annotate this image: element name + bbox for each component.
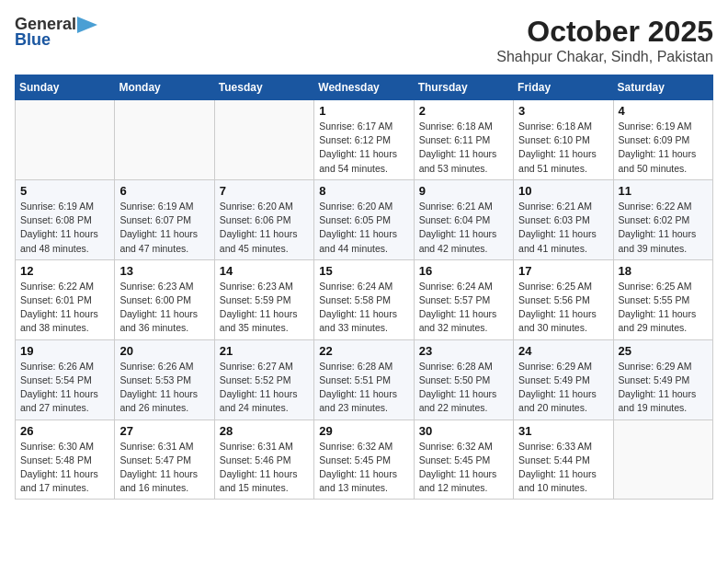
day-info: Sunrise: 6:28 AM Sunset: 5:50 PM Dayligh… [419,360,508,416]
day-info: Sunrise: 6:22 AM Sunset: 6:02 PM Dayligh… [619,200,708,256]
calendar-cell: 13Sunrise: 6:23 AM Sunset: 6:00 PM Dayli… [115,259,214,339]
day-number: 11 [619,184,708,198]
calendar-cell: 25Sunrise: 6:29 AM Sunset: 5:49 PM Dayli… [613,339,712,419]
day-info: Sunrise: 6:17 AM Sunset: 6:12 PM Dayligh… [319,120,408,176]
day-number: 22 [319,344,408,358]
day-info: Sunrise: 6:32 AM Sunset: 5:45 PM Dayligh… [319,440,408,496]
day-number: 7 [220,184,309,198]
day-number: 15 [319,264,408,278]
calendar-week-row: 26Sunrise: 6:30 AM Sunset: 5:48 PM Dayli… [16,419,713,500]
day-info: Sunrise: 6:30 AM Sunset: 5:48 PM Dayligh… [20,440,109,496]
calendar-cell: 24Sunrise: 6:29 AM Sunset: 5:49 PM Dayli… [514,339,613,419]
day-number: 26 [20,424,109,438]
day-info: Sunrise: 6:23 AM Sunset: 6:00 PM Dayligh… [119,280,209,336]
day-info: Sunrise: 6:24 AM Sunset: 5:57 PM Dayligh… [419,280,508,336]
calendar-cell: 28Sunrise: 6:31 AM Sunset: 5:46 PM Dayli… [214,419,313,500]
weekday-header-row: SundayMondayTuesdayWednesdayThursdayFrid… [16,75,713,100]
calendar-cell: 1Sunrise: 6:17 AM Sunset: 6:12 PM Daylig… [314,100,414,180]
day-info: Sunrise: 6:19 AM Sunset: 6:07 PM Dayligh… [119,200,209,256]
weekday-header-friday: Friday [514,75,613,100]
day-info: Sunrise: 6:29 AM Sunset: 5:49 PM Dayligh… [619,360,708,416]
day-info: Sunrise: 6:24 AM Sunset: 5:58 PM Dayligh… [319,280,408,336]
day-info: Sunrise: 6:26 AM Sunset: 5:53 PM Dayligh… [119,360,209,416]
day-number: 23 [419,344,508,358]
calendar-cell: 23Sunrise: 6:28 AM Sunset: 5:50 PM Dayli… [414,339,513,419]
calendar-week-row: 5Sunrise: 6:19 AM Sunset: 6:08 PM Daylig… [16,179,713,259]
calendar-cell: 18Sunrise: 6:25 AM Sunset: 5:55 PM Dayli… [613,259,712,339]
calendar-cell: 9Sunrise: 6:21 AM Sunset: 6:04 PM Daylig… [414,179,513,259]
calendar-cell [115,100,214,180]
day-number: 3 [518,104,608,118]
calendar-cell [214,100,313,180]
day-info: Sunrise: 6:21 AM Sunset: 6:03 PM Dayligh… [518,200,608,256]
day-number: 6 [119,184,209,198]
calendar-cell: 20Sunrise: 6:26 AM Sunset: 5:53 PM Dayli… [115,339,214,419]
calendar-cell: 22Sunrise: 6:28 AM Sunset: 5:51 PM Dayli… [314,339,414,419]
day-number: 18 [619,264,708,278]
day-info: Sunrise: 6:32 AM Sunset: 5:45 PM Dayligh… [419,440,508,496]
day-number: 24 [518,344,608,358]
weekday-header-wednesday: Wednesday [314,75,414,100]
weekday-header-tuesday: Tuesday [214,75,313,100]
day-info: Sunrise: 6:31 AM Sunset: 5:46 PM Dayligh… [220,440,309,496]
calendar-cell: 29Sunrise: 6:32 AM Sunset: 5:45 PM Dayli… [314,419,414,500]
weekday-header-monday: Monday [115,75,214,100]
calendar-cell: 3Sunrise: 6:18 AM Sunset: 6:10 PM Daylig… [514,100,613,180]
day-info: Sunrise: 6:20 AM Sunset: 6:05 PM Dayligh… [319,200,408,256]
day-info: Sunrise: 6:28 AM Sunset: 5:51 PM Dayligh… [319,360,408,416]
day-info: Sunrise: 6:31 AM Sunset: 5:47 PM Dayligh… [119,440,209,496]
day-info: Sunrise: 6:23 AM Sunset: 5:59 PM Dayligh… [220,280,309,336]
calendar-cell: 31Sunrise: 6:33 AM Sunset: 5:44 PM Dayli… [514,419,613,500]
calendar-cell: 6Sunrise: 6:19 AM Sunset: 6:07 PM Daylig… [115,179,214,259]
day-number: 17 [518,264,608,278]
page-title: October 2025 [496,15,713,49]
day-info: Sunrise: 6:25 AM Sunset: 5:56 PM Dayligh… [518,280,608,336]
day-number: 1 [319,104,408,118]
weekday-header-saturday: Saturday [613,75,712,100]
calendar-cell: 26Sunrise: 6:30 AM Sunset: 5:48 PM Dayli… [16,419,115,500]
day-number: 5 [20,184,109,198]
day-number: 2 [419,104,508,118]
title-area: October 2025 Shahpur Chakar, Sindh, Paki… [496,15,713,65]
calendar-cell [613,419,712,500]
day-info: Sunrise: 6:19 AM Sunset: 6:09 PM Dayligh… [619,120,708,176]
logo-arrow-icon [77,17,97,33]
calendar-cell: 15Sunrise: 6:24 AM Sunset: 5:58 PM Dayli… [314,259,414,339]
calendar-cell: 27Sunrise: 6:31 AM Sunset: 5:47 PM Dayli… [115,419,214,500]
page-header: General Blue October 2025 Shahpur Chakar… [15,15,713,65]
calendar-cell: 17Sunrise: 6:25 AM Sunset: 5:56 PM Dayli… [514,259,613,339]
day-info: Sunrise: 6:27 AM Sunset: 5:52 PM Dayligh… [220,360,309,416]
calendar-table: SundayMondayTuesdayWednesdayThursdayFrid… [15,75,713,500]
day-number: 20 [119,344,209,358]
day-number: 27 [119,424,209,438]
calendar-cell: 4Sunrise: 6:19 AM Sunset: 6:09 PM Daylig… [613,100,712,180]
day-number: 16 [419,264,508,278]
calendar-week-row: 12Sunrise: 6:22 AM Sunset: 6:01 PM Dayli… [16,259,713,339]
calendar-cell: 16Sunrise: 6:24 AM Sunset: 5:57 PM Dayli… [414,259,513,339]
calendar-cell [16,100,115,180]
day-number: 14 [220,264,309,278]
day-number: 29 [319,424,408,438]
day-number: 12 [20,264,109,278]
day-number: 13 [119,264,209,278]
logo-blue-text: Blue [15,30,51,50]
day-info: Sunrise: 6:21 AM Sunset: 6:04 PM Dayligh… [419,200,508,256]
day-info: Sunrise: 6:18 AM Sunset: 6:10 PM Dayligh… [518,120,608,176]
day-number: 19 [20,344,109,358]
day-info: Sunrise: 6:20 AM Sunset: 6:06 PM Dayligh… [220,200,309,256]
day-number: 31 [518,424,608,438]
calendar-cell: 11Sunrise: 6:22 AM Sunset: 6:02 PM Dayli… [613,179,712,259]
day-number: 4 [619,104,708,118]
svg-marker-0 [77,17,97,33]
day-info: Sunrise: 6:22 AM Sunset: 6:01 PM Dayligh… [20,280,109,336]
calendar-week-row: 1Sunrise: 6:17 AM Sunset: 6:12 PM Daylig… [16,100,713,180]
calendar-week-row: 19Sunrise: 6:26 AM Sunset: 5:54 PM Dayli… [16,339,713,419]
day-info: Sunrise: 6:33 AM Sunset: 5:44 PM Dayligh… [518,440,608,496]
calendar-cell: 21Sunrise: 6:27 AM Sunset: 5:52 PM Dayli… [214,339,313,419]
day-info: Sunrise: 6:25 AM Sunset: 5:55 PM Dayligh… [619,280,708,336]
logo: General Blue [15,15,97,50]
calendar-cell: 5Sunrise: 6:19 AM Sunset: 6:08 PM Daylig… [16,179,115,259]
calendar-cell: 30Sunrise: 6:32 AM Sunset: 5:45 PM Dayli… [414,419,513,500]
weekday-header-sunday: Sunday [16,75,115,100]
calendar-cell: 7Sunrise: 6:20 AM Sunset: 6:06 PM Daylig… [214,179,313,259]
